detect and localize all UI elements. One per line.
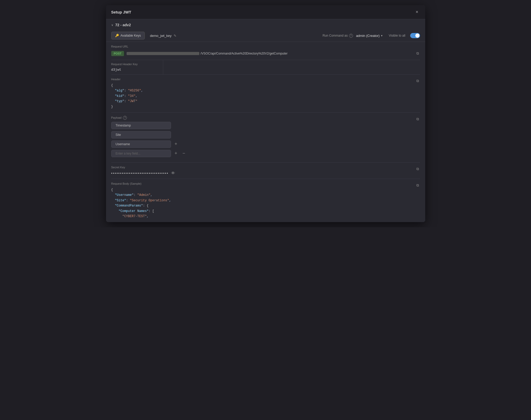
header-key-right [163, 60, 420, 74]
payload-row-timestamp: Timestamp [111, 122, 420, 129]
header-label: Header [111, 78, 420, 81]
toolbar: 🔑 Available Keys demo_jwt_key ✎ Run Comm… [106, 30, 425, 42]
header-key-left: Request Header Key d3jwt [111, 60, 163, 74]
add-key-field-button[interactable]: + [173, 150, 179, 157]
header-key-value: d3jwt [111, 68, 158, 72]
run-command-dropdown-icon: ▾ [381, 34, 383, 37]
run-command-label: Run Command as ? [323, 34, 353, 38]
header-line-5: } [111, 104, 420, 109]
request-body-json: { "Username": "Admin", "Site": "Security… [111, 187, 420, 219]
method-badge: POST [111, 51, 124, 56]
header-section: Header { "alg": "HS256", "kid": "34", "t… [111, 75, 420, 113]
copy-secret-button[interactable]: ⧉ [415, 166, 420, 172]
key-name-text: demo_jwt_key [150, 34, 172, 38]
url-suffix: /VSOC/api/Command/Active%20Directory%20V… [200, 52, 287, 55]
url-blurred [127, 52, 199, 55]
secret-value: •••••••••••••••••••••••••••••••• 👁 [111, 171, 420, 176]
copy-header-button[interactable]: ⧉ [415, 78, 420, 84]
copy-body-button[interactable]: ⧉ [415, 182, 420, 189]
header-line-3: "kid": "34", [111, 94, 420, 99]
key-field-input[interactable] [111, 150, 171, 157]
close-button[interactable]: × [414, 9, 420, 15]
secret-key-section: Secret Key •••••••••••••••••••••••••••••… [111, 163, 420, 179]
payload-label: Payload ? [111, 116, 420, 120]
body-line-1: { [111, 187, 420, 192]
setup-jwt-modal: Setup JWT × ∨ 72 - adv2 🔑 Available Keys… [106, 5, 425, 222]
remove-key-field-button[interactable]: − [181, 150, 187, 157]
payload-row-site: Site [111, 131, 420, 138]
header-line-1: { [111, 83, 420, 88]
body-line-4: "CommandParams": { [111, 203, 420, 208]
url-row: POST /VSOC/api/Command/Active%20Director… [111, 50, 420, 57]
copy-url-button[interactable]: ⧉ [415, 50, 420, 57]
toggle-thumb [415, 34, 419, 38]
body-line-6: "CYBER7-TEST", [111, 214, 420, 219]
payload-tag-timestamp: Timestamp [111, 122, 171, 129]
modal-body: ∨ 72 - adv2 🔑 Available Keys demo_jwt_ke… [106, 19, 425, 222]
run-command-user: admin (Creator) [356, 34, 380, 38]
request-url-label: Request URL [111, 45, 420, 48]
request-body-label: Request Body (Sample) [111, 182, 420, 185]
visible-toggle[interactable] [410, 33, 420, 38]
secret-key-label: Secret Key [111, 166, 420, 169]
key-name-display: demo_jwt_key ✎ [150, 34, 176, 38]
header-json: { "alg": "HS256", "kid": "34", "typ": "J… [111, 83, 420, 109]
request-body-section: Request Body (Sample) { "Username": "Adm… [111, 179, 420, 222]
modal-header: Setup JWT × [106, 5, 425, 19]
payload-row-key-input: + − [111, 150, 420, 157]
available-keys-button[interactable]: 🔑 Available Keys [111, 32, 145, 39]
show-secret-icon[interactable]: 👁 [171, 171, 176, 176]
modal-title: Setup JWT [111, 10, 132, 14]
run-command-value[interactable]: admin (Creator) ▾ [356, 34, 383, 38]
run-command-help-icon[interactable]: ? [349, 34, 353, 38]
body-line-2: "Username": "Admin", [111, 192, 420, 198]
request-url-section: Request URL POST /VSOC/api/Command/Activ… [111, 42, 420, 60]
section-title: 72 - adv2 [115, 23, 131, 27]
chevron-icon[interactable]: ∨ [111, 23, 113, 27]
payload-tag-username: Username [111, 141, 171, 148]
content-area: Request URL POST /VSOC/api/Command/Activ… [106, 42, 425, 222]
copy-payload-button[interactable]: ⧉ [415, 116, 420, 122]
payload-section: Payload ? Timestamp Site Username + + − [111, 113, 420, 163]
url-value: /VSOC/api/Command/Active%20Directory%20V… [127, 52, 412, 55]
section-header: ∨ 72 - adv2 [106, 19, 425, 30]
header-key-label: Request Header Key [111, 63, 158, 66]
visible-to-all-label: Visible to all [389, 34, 405, 37]
body-line-5: "Computer Names": [ [111, 209, 420, 214]
payload-help-icon[interactable]: ? [123, 116, 127, 120]
request-header-key-section: Request Header Key d3jwt [111, 60, 420, 75]
header-line-4: "typ": "JWT" [111, 99, 420, 104]
edit-key-icon[interactable]: ✎ [174, 34, 176, 38]
body-line-3: "Site": "Security Operations", [111, 198, 420, 203]
header-line-2: "alg": "HS256", [111, 88, 420, 93]
add-payload-field-button[interactable]: + [173, 141, 179, 147]
available-keys-label: Available Keys [121, 34, 141, 37]
key-icon: 🔑 [115, 34, 119, 37]
secret-masked: •••••••••••••••••••••••••••••••• [111, 171, 169, 175]
payload-row-username: Username + [111, 141, 420, 148]
payload-tag-site: Site [111, 131, 171, 138]
